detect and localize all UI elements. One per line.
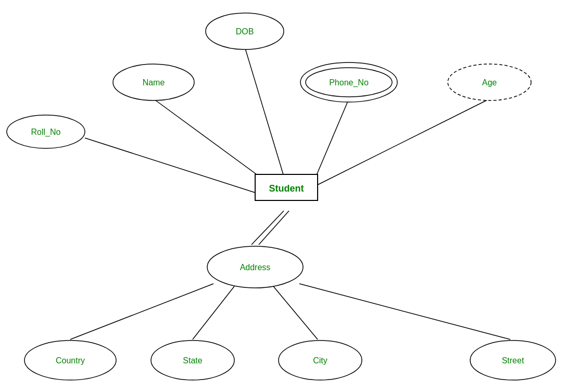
address-label: Address — [240, 263, 271, 272]
student-label: Student — [269, 183, 304, 194]
phone-label: Phone_No — [329, 78, 369, 87]
name-label: Name — [143, 78, 165, 87]
dob-label: DOB — [236, 27, 254, 36]
line-address-city — [273, 286, 318, 339]
rollno-label: Roll_No — [31, 128, 61, 137]
country-label: Country — [56, 356, 85, 365]
line-student-rollno — [85, 138, 255, 193]
line-student-address-1 — [251, 211, 284, 245]
line-address-state — [193, 286, 234, 339]
city-label: City — [313, 356, 328, 365]
line-address-street — [299, 284, 510, 339]
line-address-country — [70, 284, 213, 339]
street-label: Street — [502, 356, 524, 365]
line-student-name — [154, 99, 271, 185]
line-student-address-2 — [259, 211, 289, 245]
state-label: State — [183, 356, 202, 365]
age-label: Age — [482, 78, 497, 87]
line-student-dob — [245, 47, 286, 185]
